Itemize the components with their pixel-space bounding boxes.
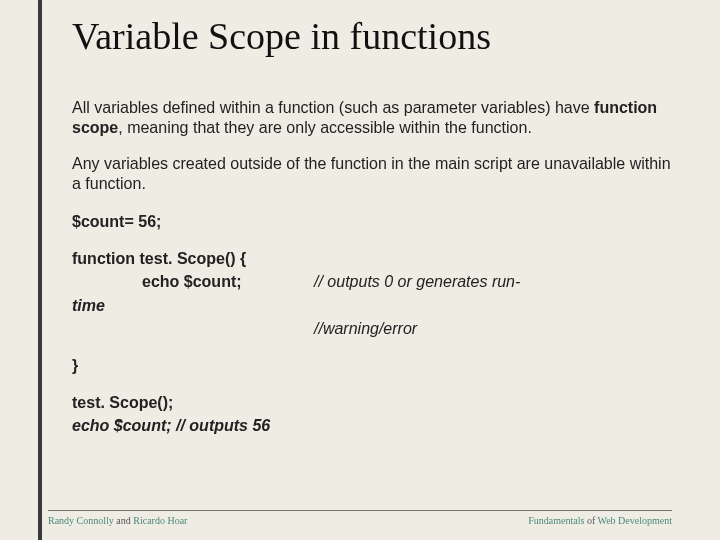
para1-post: , meaning that they are only accessible … [118, 119, 532, 136]
paragraph-2: Any variables created outside of the fun… [72, 154, 672, 194]
left-border-rule [38, 0, 42, 540]
slide-title: Variable Scope in functions [72, 14, 672, 58]
code-line-3-row: echo $count; // outputs 0 or generates r… [72, 270, 672, 293]
code-block: $count= 56; function test. Scope() { ech… [72, 210, 672, 438]
footer-right-mid: of [584, 515, 597, 526]
book-word-2: Web Development [598, 515, 672, 526]
footer-right: Fundamentals of Web Development [528, 515, 672, 526]
paragraph-1: All variables defined within a function … [72, 98, 672, 138]
para1-pre: All variables defined within a function … [72, 99, 594, 116]
footer-left: Randy Connolly and Ricardo Hoar [48, 515, 187, 526]
slide-content: Variable Scope in functions All variable… [72, 14, 672, 438]
code-comment-1: // outputs 0 or generates run- [314, 270, 520, 293]
code-line-6: test. Scope(); [72, 391, 672, 414]
footer-line: Randy Connolly and Ricardo Hoar Fundamen… [48, 515, 672, 526]
code-comment-2-row: //warning/error [72, 317, 672, 340]
author-1: Randy Connolly [48, 515, 114, 526]
slide-footer: Randy Connolly and Ricardo Hoar Fundamen… [48, 510, 672, 526]
code-comment-2: //warning/error [314, 317, 417, 340]
footer-left-mid: and [114, 515, 133, 526]
code-line-4: time [72, 297, 105, 314]
code-line-1: $count= 56; [72, 210, 672, 233]
code-line-3: echo $count; [72, 273, 242, 290]
code-line-2: function test. Scope() { [72, 247, 672, 270]
footer-rule [48, 510, 672, 511]
code-line-5: } [72, 354, 672, 377]
author-2: Ricardo Hoar [133, 515, 187, 526]
book-word-1: Fundamentals [528, 515, 584, 526]
code-line-7: echo $count; // outputs 56 [72, 414, 672, 437]
code-line-4-row: time [72, 294, 672, 317]
